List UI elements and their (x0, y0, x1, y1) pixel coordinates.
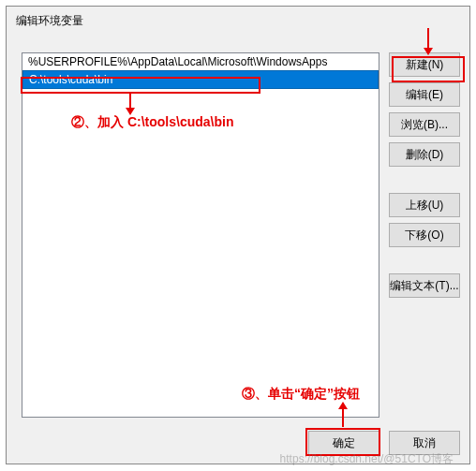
delete-button[interactable]: 删除(D) (389, 142, 460, 167)
path-listbox[interactable]: %USERPROFILE%\AppData\Local\Microsoft\Wi… (22, 52, 379, 418)
button-column: 新建(N) 编辑(E) 浏览(B)... 删除(D) 上移(U) 下移(O) 编… (389, 52, 460, 298)
dialog-bottom-buttons: 确定 取消 (308, 431, 460, 455)
list-item[interactable]: C:\tools\cuda\bin (22, 70, 379, 89)
cancel-button[interactable]: 取消 (389, 431, 460, 455)
moveup-button[interactable]: 上移(U) (389, 193, 460, 217)
list-item[interactable]: %USERPROFILE%\AppData\Local\Microsoft\Wi… (22, 53, 379, 70)
dialog-content: %USERPROFILE%\AppData\Local\Microsoft\Wi… (7, 36, 469, 466)
movedown-button[interactable]: 下移(O) (389, 223, 460, 247)
new-button[interactable]: 新建(N) (389, 52, 460, 77)
edit-env-var-dialog: 编辑环境变量 %USERPROFILE%\AppData\Local\Micro… (6, 6, 470, 464)
browse-button[interactable]: 浏览(B)... (389, 112, 460, 137)
dialog-title: 编辑环境变量 (7, 7, 469, 36)
edittext-button[interactable]: 编辑文本(T)... (389, 273, 460, 298)
ok-button[interactable]: 确定 (308, 431, 379, 455)
edit-button[interactable]: 编辑(E) (389, 82, 460, 107)
